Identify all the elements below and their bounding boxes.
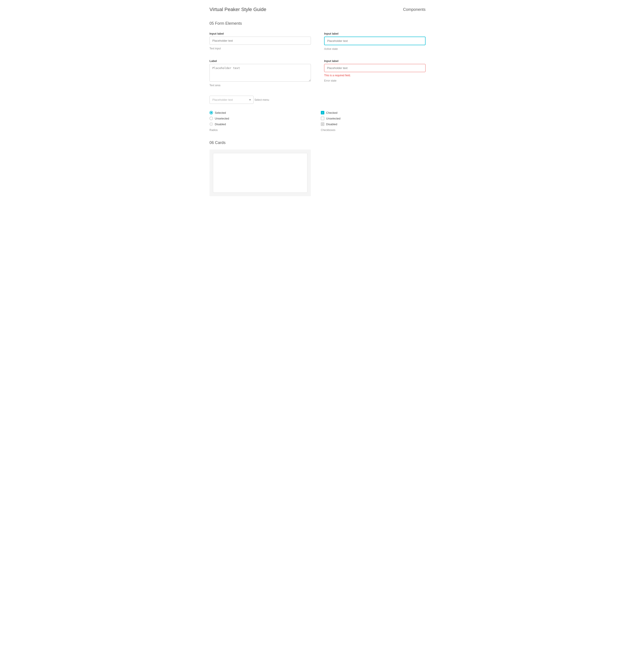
radios-checkboxes-grid: Selected Unselected Disabled Radios ✓ Ch… bbox=[210, 111, 425, 132]
section-05-title: 05 Form Elements bbox=[210, 21, 425, 26]
select-menu-group: Placeholder text ▼ Select menu bbox=[210, 96, 425, 104]
form-elements-grid: Input label Text input Input label Activ… bbox=[210, 32, 425, 87]
page-section: Components bbox=[403, 7, 425, 12]
checkboxes-group: ✓ Checked Unselected ✓ Disabled Checkbox… bbox=[321, 111, 425, 132]
error-message: This is a required field. bbox=[324, 74, 425, 77]
active-input-sublabel: Active state bbox=[324, 47, 425, 50]
radio-unselected[interactable]: Unselected bbox=[210, 117, 314, 120]
radio-disabled-btn bbox=[210, 122, 213, 126]
error-input-field[interactable] bbox=[324, 64, 425, 72]
checkbox-unselected-label: Unselected bbox=[326, 117, 341, 120]
page-title: Virtual Peaker Style Guide bbox=[210, 7, 266, 12]
text-input-field[interactable] bbox=[210, 37, 311, 45]
checkbox-disabled: ✓ Disabled bbox=[321, 122, 425, 126]
textarea-sublabel: Text area bbox=[210, 84, 311, 87]
active-input-field[interactable] bbox=[324, 37, 425, 45]
checkboxes-group-label: Checkboxes bbox=[321, 129, 425, 132]
radios-group: Selected Unselected Disabled Radios bbox=[210, 111, 314, 132]
textarea-label: Label bbox=[210, 59, 311, 63]
active-input-group: Input label Active state bbox=[324, 32, 425, 50]
textarea-group: Label Text area bbox=[210, 59, 311, 87]
checkbox-unselected-btn[interactable] bbox=[321, 117, 324, 120]
select-input[interactable]: Placeholder text bbox=[210, 96, 254, 104]
error-input-label: Input label bbox=[324, 59, 425, 63]
page-header: Virtual Peaker Style Guide Components bbox=[210, 7, 425, 12]
checkbox-checked-btn[interactable]: ✓ bbox=[321, 111, 324, 114]
radio-disabled: Disabled bbox=[210, 122, 314, 126]
radio-selected-btn[interactable] bbox=[210, 111, 213, 114]
active-input-label: Input label bbox=[324, 32, 425, 35]
error-input-group: Input label This is a required field. Er… bbox=[324, 59, 425, 87]
radio-disabled-label: Disabled bbox=[215, 123, 226, 126]
radio-unselected-btn[interactable] bbox=[210, 117, 213, 120]
error-input-sublabel: Error state bbox=[324, 79, 425, 82]
card-inner bbox=[213, 153, 307, 193]
checkbox-checked-label: Checked bbox=[326, 111, 337, 114]
checkbox-disabled-label: Disabled bbox=[326, 123, 337, 126]
radios-group-label: Radios bbox=[210, 129, 314, 132]
radio-selected[interactable]: Selected bbox=[210, 111, 314, 114]
text-input-group: Input label Text input bbox=[210, 32, 311, 50]
select-wrapper[interactable]: Placeholder text ▼ bbox=[210, 96, 254, 104]
checkbox-checked[interactable]: ✓ Checked bbox=[321, 111, 425, 114]
checkbox-unselected[interactable]: Unselected bbox=[321, 117, 425, 120]
text-input-sublabel: Text input bbox=[210, 47, 311, 50]
radio-selected-label: Selected bbox=[215, 111, 226, 114]
textarea-field[interactable] bbox=[210, 64, 311, 82]
card-outer bbox=[210, 150, 311, 196]
section-06-title: 06 Cards bbox=[210, 140, 425, 145]
checkbox-disabled-btn: ✓ bbox=[321, 122, 324, 126]
radio-unselected-label: Unselected bbox=[215, 117, 229, 120]
select-sublabel: Select menu bbox=[255, 98, 269, 102]
text-input-label: Input label bbox=[210, 32, 311, 35]
